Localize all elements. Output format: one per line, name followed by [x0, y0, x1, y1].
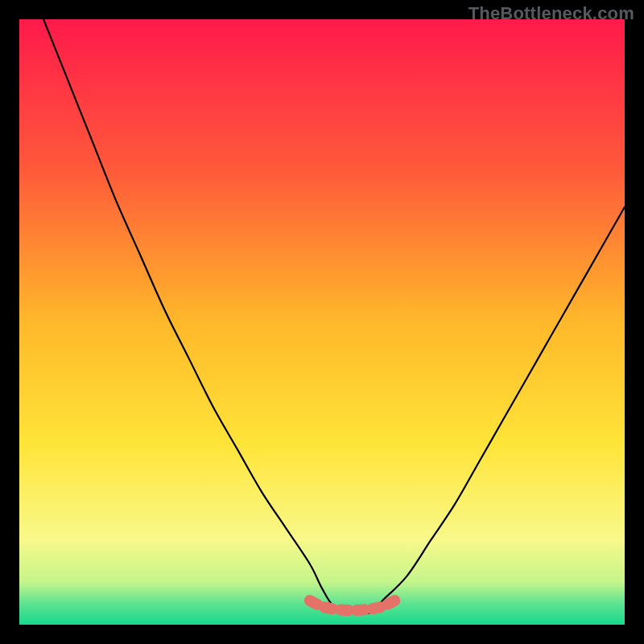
- watermark-text: TheBottleneck.com: [469, 3, 634, 24]
- bottleneck-chart: [19, 19, 625, 625]
- gradient-background: [19, 19, 625, 625]
- chart-frame: [19, 19, 625, 625]
